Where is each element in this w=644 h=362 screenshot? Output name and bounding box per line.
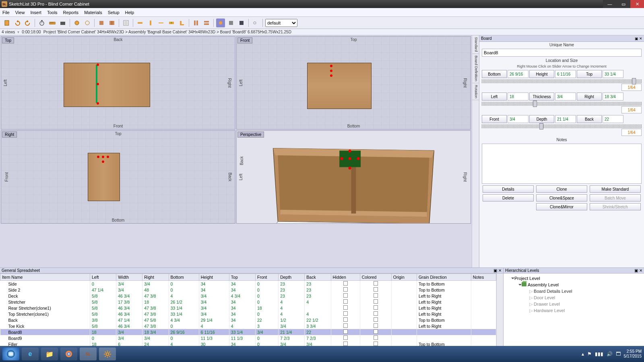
- panel-dock-icon[interactable]: ▣: [634, 268, 638, 273]
- table-row[interactable]: Stretcher5/817 3/81826 1/23/434044Left t…: [0, 299, 496, 305]
- tray-flag-icon[interactable]: ⚑: [587, 351, 592, 357]
- col-left[interactable]: Left: [90, 274, 116, 281]
- clone-space-button[interactable]: Clone&Space: [536, 194, 587, 202]
- menu-view[interactable]: View: [15, 10, 25, 15]
- dim-back-button[interactable]: Back: [577, 115, 602, 123]
- hierarchy-item[interactable]: ▷ Door Level: [506, 294, 642, 301]
- dim-thickness-value[interactable]: 3/4: [555, 93, 576, 101]
- table-row[interactable]: Board8183/418 3/426 9/166 11/1633 1/43/4…: [0, 329, 496, 335]
- panel-close-icon[interactable]: ✕: [639, 268, 642, 273]
- panel-dock-icon[interactable]: ▣: [635, 37, 638, 41]
- tool-mode-blue-icon[interactable]: [216, 19, 225, 27]
- taskbar-ie-icon[interactable]: e: [22, 348, 39, 360]
- table-row[interactable]: Rear Stretcher(clone1)5/846 3/447 3/833 …: [0, 305, 496, 311]
- tool-timer-icon[interactable]: [37, 19, 46, 27]
- col-right[interactable]: Right: [142, 274, 169, 281]
- tool-board-l-icon[interactable]: [178, 19, 186, 27]
- taskbar-chrome-icon[interactable]: [60, 348, 77, 360]
- hierarchy-item[interactable]: ▷ Drawer Level: [506, 301, 642, 307]
- increment-box-2[interactable]: 1/64: [621, 129, 642, 136]
- tool-new-icon[interactable]: [2, 19, 11, 27]
- shrink-stretch-button[interactable]: Shrink/Stretch: [590, 203, 641, 210]
- viewport-right[interactable]: Right Top Bottom Front Back: [1, 130, 235, 224]
- dim-left-button[interactable]: Left: [482, 93, 507, 101]
- tool-door-icon[interactable]: [192, 19, 200, 27]
- spreadsheet-scrollbar[interactable]: [496, 274, 503, 346]
- dim-right-value[interactable]: 18 3/4: [603, 93, 623, 101]
- tool-board-vert-icon[interactable]: [146, 19, 155, 27]
- table-row[interactable]: Filler186244303403/43/4Top to Bottom: [0, 341, 496, 346]
- increment-box-1[interactable]: 1/64: [621, 106, 642, 113]
- panel-close-icon[interactable]: ✕: [639, 37, 642, 41]
- tool-redo-icon[interactable]: [23, 19, 32, 27]
- dim-right-button[interactable]: Right: [577, 93, 602, 101]
- clone-mirror-button[interactable]: Clone&Mirror: [536, 203, 587, 210]
- dim-depth-value[interactable]: 21 1/4: [555, 115, 576, 123]
- start-button[interactable]: [2, 348, 19, 360]
- viewport-front[interactable]: Front Top Bottom Left Right: [236, 36, 471, 130]
- tool-board-horiz-icon[interactable]: [136, 19, 144, 27]
- toolbar-preset-select[interactable]: default: [265, 19, 297, 27]
- col-hidden[interactable]: Hidden: [331, 274, 360, 281]
- dim-front-button[interactable]: Front: [482, 115, 507, 123]
- dim-slider-0[interactable]: [482, 79, 642, 83]
- hierarchy-item[interactable]: ▷ Hardware Level: [506, 307, 642, 314]
- delete-button[interactable]: Delete: [483, 194, 534, 202]
- tool-circle-icon[interactable]: [72, 19, 81, 27]
- tray-clock[interactable]: 2:55 PM5/17/2015: [624, 349, 642, 359]
- menu-file[interactable]: File: [2, 10, 10, 15]
- col-width[interactable]: Width: [116, 274, 142, 281]
- tray-volume-icon[interactable]: 🔊: [607, 351, 613, 357]
- tool-box2-icon[interactable]: [107, 19, 116, 27]
- dim-height-button[interactable]: Height: [529, 70, 554, 78]
- col-bottom[interactable]: Bottom: [169, 274, 199, 281]
- menu-insert[interactable]: Insert: [30, 10, 41, 15]
- tool-target-icon[interactable]: [83, 19, 92, 27]
- panel-dock-icon[interactable]: ▣: [493, 268, 497, 273]
- tray-network-icon[interactable]: ▮▮▮: [595, 351, 603, 357]
- window-maximize-button[interactable]: ▭: [617, 0, 630, 8]
- hierarchy-item[interactable]: Assembly Level: [506, 282, 642, 288]
- spreadsheet-table[interactable]: Item NameLeftWidthRightBottomHeightTopFr…: [0, 274, 496, 346]
- table-row[interactable]: Board903/43/4011 1/311 1/307 2/37 2/3: [0, 335, 496, 341]
- window-close-button[interactable]: ✕: [630, 0, 644, 8]
- panel-close-icon[interactable]: ✕: [498, 268, 502, 273]
- sidetab-board-definition[interactable]: Board Definition: [472, 54, 479, 83]
- tool-list-icon[interactable]: [122, 19, 130, 27]
- hierarchy-item[interactable]: ▷ Board Details Level: [506, 288, 642, 294]
- menu-setup[interactable]: Setup: [108, 10, 120, 15]
- dim-back-value[interactable]: 22: [603, 115, 623, 123]
- hierarchy-item[interactable]: Project Level: [506, 275, 642, 282]
- taskbar-sketchlist-icon[interactable]: SL: [80, 348, 97, 360]
- tool-link-icon[interactable]: [251, 19, 260, 27]
- dim-height-value[interactable]: 6 11/16: [555, 70, 576, 78]
- table-row[interactable]: Side 247 1/43/4480343402323Top to Bottom: [0, 287, 496, 293]
- col-depth[interactable]: Depth: [279, 274, 305, 281]
- increment-box-0[interactable]: 1/64: [621, 84, 642, 91]
- col-item-name[interactable]: Item Name: [0, 274, 90, 281]
- details-button[interactable]: Details: [483, 185, 534, 193]
- menu-reports[interactable]: Reports: [63, 10, 79, 15]
- unique-name-input[interactable]: [482, 49, 642, 57]
- batch-move-button[interactable]: Batch Move: [590, 194, 641, 202]
- table-row[interactable]: Back3/847 1/447 5/84 3/429 1/434221/222 …: [0, 317, 496, 323]
- col-top[interactable]: Top: [229, 274, 255, 281]
- tool-mode-grey-icon[interactable]: [227, 19, 235, 27]
- taskbar-app-icon[interactable]: 🔆: [99, 348, 116, 360]
- dim-slider-1[interactable]: [482, 102, 642, 106]
- table-row[interactable]: Top Stretcher(clone1)5/846 3/447 3/833 1…: [0, 311, 496, 317]
- views-count[interactable]: 4 views: [2, 30, 15, 34]
- table-row[interactable]: Side03/43/40343402323Top to Bottom: [0, 281, 496, 287]
- dim-top-value[interactable]: 33 1/4: [603, 70, 623, 78]
- table-row[interactable]: Toe Kick5/846 3/447 3/804433/43 3/4Left …: [0, 323, 496, 329]
- tool-drawer-icon[interactable]: [202, 19, 211, 27]
- col-colored[interactable]: Colored: [360, 274, 391, 281]
- tray-up-icon[interactable]: ▴: [582, 351, 584, 357]
- menu-materials[interactable]: Materials: [84, 10, 102, 15]
- dim-bottom-value[interactable]: 26 9/16: [508, 70, 528, 78]
- window-minimize-button[interactable]: —: [603, 0, 617, 8]
- make-standard-button[interactable]: Make Standard: [590, 185, 641, 193]
- col-grain-direction[interactable]: Grain Direction: [417, 274, 471, 281]
- col-back[interactable]: Back: [305, 274, 331, 281]
- sidetab-rotation[interactable]: Rotation: [472, 83, 479, 101]
